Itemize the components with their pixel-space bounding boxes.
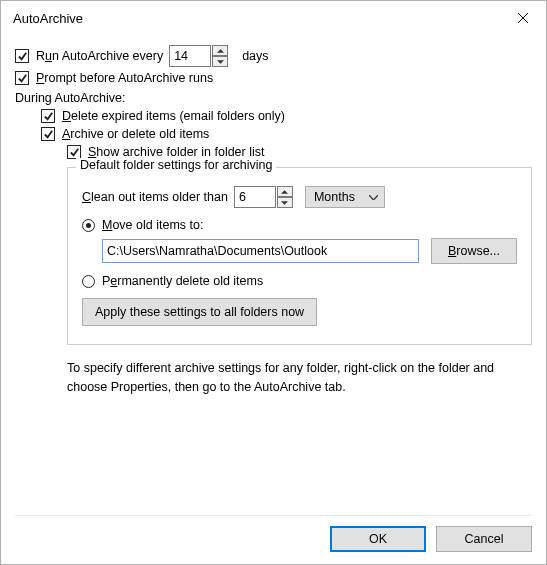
prompt-checkbox[interactable] <box>15 71 29 85</box>
check-icon <box>43 111 54 122</box>
run-every-label: Run AutoArchive every <box>36 49 163 63</box>
check-icon <box>17 73 28 84</box>
window-title: AutoArchive <box>13 11 83 26</box>
content-area: Run AutoArchive every days Prompt before… <box>1 35 546 397</box>
check-icon <box>69 147 80 158</box>
default-settings-group: Default folder settings for archiving Cl… <box>67 167 532 345</box>
run-every-spin-up[interactable] <box>212 45 228 56</box>
apply-all-button[interactable]: Apply these settings to all folders now <box>82 298 317 326</box>
svg-marker-2 <box>281 190 288 194</box>
archive-path-input[interactable] <box>102 239 419 263</box>
path-row: Browse... <box>102 238 517 264</box>
footer-note: To specify different archive settings fo… <box>67 359 532 397</box>
perm-label: Permanently delete old items <box>102 274 263 288</box>
chevron-down-icon <box>281 201 288 205</box>
show-folder-label: Show archive folder in folder list <box>88 145 264 159</box>
group-title: Default folder settings for archiving <box>76 158 276 172</box>
archive-old-checkbox[interactable] <box>41 127 55 141</box>
prompt-label: Prompt before AutoArchive runs <box>36 71 213 85</box>
chevron-up-icon <box>217 49 224 53</box>
check-icon <box>43 129 54 140</box>
close-button[interactable] <box>500 1 546 35</box>
check-icon <box>17 51 28 62</box>
close-icon <box>518 13 528 23</box>
perm-row: Permanently delete old items <box>82 274 517 288</box>
svg-marker-0 <box>217 49 224 53</box>
ok-button[interactable]: OK <box>330 526 426 552</box>
delete-expired-row: Delete expired items (email folders only… <box>41 109 532 123</box>
perm-radio[interactable] <box>82 275 95 288</box>
svg-marker-3 <box>281 201 288 205</box>
browse-button[interactable]: Browse... <box>431 238 517 264</box>
clean-spin-up[interactable] <box>277 186 293 197</box>
titlebar: AutoArchive <box>1 1 546 35</box>
apply-row: Apply these settings to all folders now <box>82 298 517 326</box>
clean-row: Clean out items older than Months <box>82 186 517 208</box>
chevron-up-icon <box>281 190 288 194</box>
run-every-checkbox[interactable] <box>15 49 29 63</box>
prompt-row: Prompt before AutoArchive runs <box>15 71 532 85</box>
run-every-value[interactable] <box>169 45 211 67</box>
days-label: days <box>242 49 268 63</box>
chevron-down-icon <box>217 60 224 64</box>
clean-spin-down[interactable] <box>277 197 293 208</box>
chevron-down-icon <box>369 195 378 200</box>
run-every-spin-down[interactable] <box>212 56 228 67</box>
clean-label: Clean out items older than <box>82 190 228 204</box>
during-header: During AutoArchive: <box>15 91 532 105</box>
delete-expired-checkbox[interactable] <box>41 109 55 123</box>
archive-old-row: Archive or delete old items <box>41 127 532 141</box>
move-label: Move old items to: <box>102 218 203 232</box>
show-folder-row: Show archive folder in folder list <box>67 145 532 159</box>
delete-expired-label: Delete expired items (email folders only… <box>62 109 285 123</box>
cancel-button[interactable]: Cancel <box>436 526 532 552</box>
clean-value[interactable] <box>234 186 276 208</box>
clean-unit-combo[interactable]: Months <box>305 186 385 208</box>
run-every-row: Run AutoArchive every days <box>15 45 532 67</box>
svg-marker-1 <box>217 60 224 64</box>
move-row: Move old items to: <box>82 218 517 232</box>
footer: OK Cancel <box>15 515 532 552</box>
show-folder-checkbox[interactable] <box>67 145 81 159</box>
clean-unit-label: Months <box>314 190 355 204</box>
move-radio[interactable] <box>82 219 95 232</box>
archive-old-label: Archive or delete old items <box>62 127 209 141</box>
